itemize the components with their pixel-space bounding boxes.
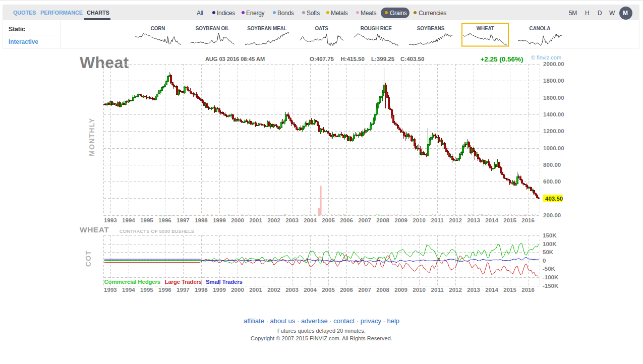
svg-text:150K: 150K: [543, 232, 557, 238]
svg-text:2007: 2007: [358, 287, 371, 293]
svg-text:OATS: OATS: [315, 26, 328, 31]
svg-text:1800.00: 1800.00: [543, 78, 564, 84]
svg-text:SOYBEANS: SOYBEANS: [417, 26, 445, 31]
svg-text:2006: 2006: [340, 287, 353, 293]
svg-text:Small Traders: Small Traders: [206, 279, 243, 285]
svg-text:2007: 2007: [358, 217, 371, 223]
svg-text:MONTHLY: MONTHLY: [88, 117, 96, 156]
svg-text:200.00: 200.00: [543, 212, 561, 218]
svg-text:1400.00: 1400.00: [543, 111, 564, 117]
svg-text:1600.00: 1600.00: [543, 95, 564, 101]
svg-text:1999: 1999: [213, 217, 226, 223]
svg-text:403.50: 403.50: [545, 196, 563, 202]
svg-text:2005: 2005: [322, 217, 335, 223]
svg-text:WHEAT: WHEAT: [477, 26, 494, 31]
svg-text:2001: 2001: [249, 287, 262, 293]
svg-text:1997: 1997: [177, 287, 190, 293]
svg-text:2012: 2012: [449, 217, 462, 223]
svg-text:1996: 1996: [158, 217, 171, 223]
svg-text:2016: 2016: [521, 217, 535, 223]
svg-text:Large Traders: Large Traders: [165, 279, 202, 285]
svg-text:1995: 1995: [140, 287, 153, 293]
svg-text:2003: 2003: [285, 217, 299, 223]
svg-text:2000.00: 2000.00: [543, 61, 564, 67]
svg-text:2005: 2005: [322, 287, 335, 293]
svg-text:Commercial Hedgers: Commercial Hedgers: [104, 279, 160, 285]
svg-text:1999: 1999: [213, 287, 226, 293]
svg-text:600.00: 600.00: [543, 178, 561, 185]
svg-text:1997: 1997: [177, 217, 190, 223]
svg-text:SOYBEAN OIL: SOYBEAN OIL: [196, 26, 229, 31]
svg-text:1993: 1993: [104, 287, 117, 293]
svg-text:1995: 1995: [140, 217, 153, 223]
svg-text:L:399.25: L:399.25: [371, 56, 395, 62]
svg-text:1200.00: 1200.00: [543, 128, 564, 134]
svg-text:1000.00: 1000.00: [543, 145, 564, 151]
svg-text:WHEAT: WHEAT: [80, 225, 109, 234]
svg-text:2003: 2003: [285, 287, 299, 293]
svg-text:2013: 2013: [467, 287, 480, 293]
svg-text:CORN: CORN: [151, 26, 165, 31]
svg-text:2014: 2014: [485, 217, 498, 223]
svg-text:2012: 2012: [449, 287, 462, 293]
svg-text:2010: 2010: [413, 287, 426, 293]
svg-text:ROUGH RICE: ROUGH RICE: [361, 26, 392, 31]
svg-text:2004: 2004: [304, 287, 317, 293]
svg-text:2002: 2002: [267, 287, 280, 293]
svg-text:O:407.75: O:407.75: [310, 56, 334, 62]
svg-text:2011: 2011: [431, 287, 444, 293]
svg-text:1994: 1994: [122, 287, 135, 293]
svg-text:1994: 1994: [122, 217, 135, 223]
svg-text:0: 0: [543, 258, 546, 264]
svg-text:2004: 2004: [304, 217, 317, 223]
svg-text:2008: 2008: [376, 217, 389, 223]
svg-text:1998: 1998: [195, 217, 208, 223]
svg-text:800.00: 800.00: [543, 162, 561, 168]
svg-text:Wheat: Wheat: [80, 53, 129, 72]
svg-text:2014: 2014: [485, 287, 498, 293]
svg-text:1998: 1998: [195, 287, 208, 293]
svg-text:1996: 1996: [158, 287, 171, 293]
svg-text:50K: 50K: [543, 249, 554, 255]
svg-text:2000: 2000: [231, 217, 244, 223]
svg-text:CANOLA: CANOLA: [530, 26, 551, 31]
svg-text:2011: 2011: [431, 217, 444, 223]
svg-text:2006: 2006: [340, 217, 353, 223]
svg-text:100K: 100K: [543, 241, 557, 247]
svg-text:2001: 2001: [249, 217, 262, 223]
svg-text:-50K: -50K: [543, 266, 556, 272]
svg-text:SOYBEAN MEAL: SOYBEAN MEAL: [247, 26, 286, 31]
svg-text:2016: 2016: [521, 287, 535, 293]
svg-text:2010: 2010: [413, 217, 426, 223]
svg-text:AUG 03 2016 08:45 AM: AUG 03 2016 08:45 AM: [205, 56, 265, 62]
svg-text:1993: 1993: [104, 217, 117, 223]
svg-text:C:403.50: C:403.50: [400, 56, 424, 62]
svg-text:-150K: -150K: [543, 283, 559, 289]
svg-text:2002: 2002: [267, 217, 280, 223]
svg-text:COT: COT: [84, 250, 92, 267]
svg-text:+2.25 (0.56%): +2.25 (0.56%): [480, 55, 523, 63]
svg-text:2015: 2015: [503, 287, 516, 293]
svg-text:© finviz.com: © finviz.com: [531, 54, 561, 60]
svg-text:2009: 2009: [394, 217, 407, 223]
svg-text:2015: 2015: [503, 217, 516, 223]
svg-text:-100K: -100K: [543, 274, 559, 280]
svg-text:2000: 2000: [231, 287, 244, 293]
svg-text:CONTRACTS OF 5000 BUSHELS: CONTRACTS OF 5000 BUSHELS: [120, 229, 194, 234]
svg-text:2013: 2013: [467, 217, 480, 223]
svg-text:2008: 2008: [376, 287, 389, 293]
svg-text:2009: 2009: [394, 287, 407, 293]
svg-text:H:415.50: H:415.50: [341, 56, 365, 62]
